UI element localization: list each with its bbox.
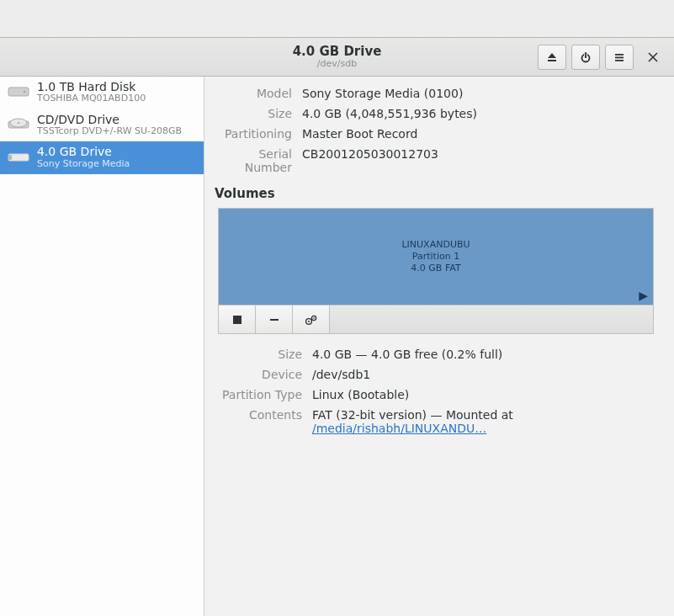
- chevron-right-icon[interactable]: ▶: [639, 289, 648, 304]
- value-vol-ptype: Linux (Bootable): [312, 388, 654, 401]
- value-model: Sony Storage Media (0100): [302, 87, 661, 100]
- value-vol-device: /dev/sdb1: [312, 368, 654, 381]
- device-title: CD/DVD Drive: [37, 113, 182, 126]
- label-vol-device: Device: [211, 368, 302, 381]
- svg-point-14: [18, 122, 20, 125]
- device-sub: TOSHIBA MQ01ABD100: [37, 93, 146, 104]
- close-button[interactable]: [639, 45, 667, 70]
- svg-point-20: [308, 321, 310, 322]
- close-icon: [648, 52, 658, 62]
- gears-icon: [305, 314, 318, 326]
- device-sub: Sony Storage Media: [37, 159, 130, 170]
- label-size: Size: [211, 107, 292, 120]
- disks-window: 4.0 GB Drive /dev/sdb: [0, 37, 674, 616]
- volume-partition[interactable]: LINUXANDUBU Partition 1 4.0 GB FAT ▶: [218, 208, 654, 305]
- stop-icon: [232, 315, 242, 325]
- device-item-optical[interactable]: CD/DVD Drive TSSTcorp DVD+/-RW SU-208GB: [0, 109, 204, 142]
- device-item-usb[interactable]: 4.0 GB Drive Sony Storage Media: [0, 141, 204, 174]
- device-list: 1.0 TB Hard Disk TOSHIBA MQ01ABD100 CD/D…: [0, 77, 204, 616]
- power-button[interactable]: [571, 45, 600, 70]
- label-vol-contents: Contents: [211, 408, 302, 435]
- device-sub: TSSTcorp DVD+/-RW SU-208GB: [37, 126, 182, 137]
- svg-rect-17: [233, 316, 241, 324]
- value-partitioning: Master Boot Record: [302, 127, 661, 141]
- menu-button[interactable]: [605, 45, 634, 70]
- volume-toolbar: [218, 305, 654, 334]
- label-serial: Serial Number: [211, 147, 292, 174]
- svg-rect-5: [615, 54, 624, 56]
- svg-point-11: [24, 91, 25, 93]
- unmount-button[interactable]: [219, 305, 256, 333]
- eject-button[interactable]: [538, 45, 566, 70]
- volume-size-label: 4.0 GB FAT: [411, 263, 460, 274]
- minus-icon: [268, 314, 280, 326]
- device-title: 1.0 TB Hard Disk: [37, 80, 146, 93]
- delete-partition-button[interactable]: [256, 305, 293, 333]
- svg-rect-0: [548, 60, 556, 61]
- label-vol-size: Size: [211, 348, 302, 361]
- label-partitioning: Partitioning: [211, 127, 292, 141]
- usb-drive-icon: [7, 149, 30, 166]
- titlebar: 4.0 GB Drive /dev/sdb: [0, 38, 674, 77]
- hdd-icon: [7, 83, 30, 100]
- svg-rect-7: [615, 60, 624, 61]
- device-title: 4.0 GB Drive: [37, 145, 130, 158]
- volume-partition-label: Partition 1: [412, 251, 459, 263]
- volume-name: LINUXANDUBU: [401, 239, 470, 251]
- power-icon: [580, 51, 592, 63]
- svg-rect-10: [8, 88, 29, 96]
- svg-rect-16: [8, 155, 12, 160]
- partition-options-button[interactable]: [293, 305, 330, 333]
- eject-icon: [546, 51, 558, 63]
- contents-text: FAT (32-bit version) — Mounted at: [312, 408, 513, 422]
- value-vol-size: 4.0 GB — 4.0 GB free (0.2% full): [312, 348, 654, 361]
- value-serial: CB2001205030012703: [302, 147, 661, 174]
- value-vol-contents: FAT (32-bit version) — Mounted at /media…: [312, 408, 654, 435]
- value-size: 4.0 GB (4,048,551,936 bytes): [302, 107, 661, 120]
- hamburger-icon: [613, 51, 625, 63]
- label-model: Model: [211, 87, 292, 100]
- detail-pane: Model Sony Storage Media (0100) Size 4.0…: [204, 77, 674, 616]
- svg-rect-18: [270, 319, 279, 321]
- mount-point-link[interactable]: /media/rishabh/LINUXANDU…: [312, 422, 486, 435]
- label-vol-ptype: Partition Type: [211, 388, 302, 401]
- optical-icon: [7, 116, 30, 133]
- volumes-heading: Volumes: [215, 186, 661, 201]
- device-item-hdd[interactable]: 1.0 TB Hard Disk TOSHIBA MQ01ABD100: [0, 77, 204, 109]
- svg-rect-6: [615, 56, 624, 58]
- svg-point-22: [313, 317, 315, 319]
